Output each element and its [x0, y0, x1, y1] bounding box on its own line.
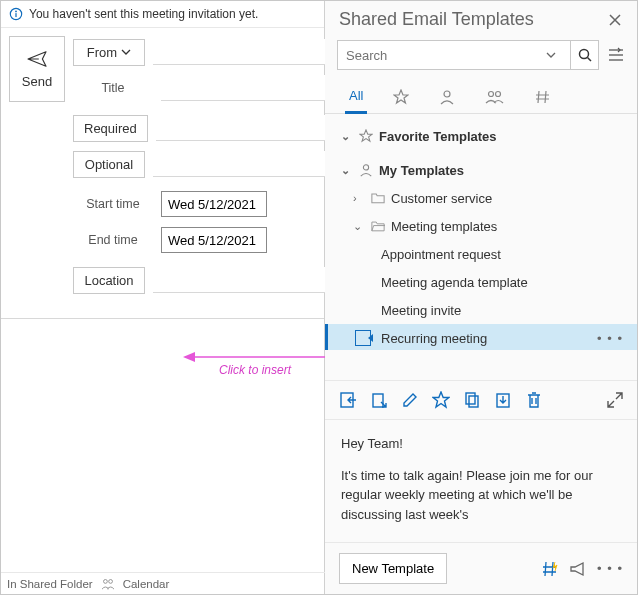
title-label: Title — [73, 81, 153, 95]
hash-icon — [535, 89, 551, 105]
chevron-down-icon — [121, 48, 131, 56]
chevron-down-icon: ⌄ — [341, 164, 353, 177]
body-separator — [1, 318, 324, 319]
svg-rect-2 — [15, 13, 16, 17]
folder-icon — [371, 192, 385, 204]
chevron-right-icon: › — [353, 192, 365, 204]
send-button[interactable]: Send — [9, 36, 65, 102]
start-time-label: Start time — [73, 197, 153, 211]
required-button[interactable]: Required — [73, 115, 148, 142]
tree-favorites[interactable]: ⌄ Favorite Templates — [325, 122, 637, 150]
status-bar: In Shared Folder Calendar — [1, 572, 325, 594]
optional-button[interactable]: Optional — [73, 151, 145, 178]
svg-point-12 — [444, 91, 450, 97]
info-icon — [9, 7, 23, 21]
chevron-down-icon: ⌄ — [341, 130, 353, 143]
required-field[interactable] — [156, 115, 337, 141]
template-tree: ⌄ Favorite Templates ⌄ My Templates › Cu… — [325, 114, 637, 350]
tab-favorites[interactable] — [389, 83, 413, 113]
status-calendar: Calendar — [123, 578, 170, 590]
close-button[interactable] — [605, 10, 625, 30]
from-button[interactable]: From — [73, 39, 145, 66]
star-icon — [359, 129, 373, 143]
info-text: You haven't sent this meeting invitation… — [29, 7, 258, 21]
tree-meeting-templates[interactable]: ⌄ Meeting templates — [325, 212, 637, 240]
optional-field[interactable] — [153, 151, 337, 177]
svg-point-13 — [489, 91, 494, 96]
template-toolbar — [325, 380, 637, 420]
template-preview: Hey Team! It's time to talk again! Pleas… — [325, 420, 637, 542]
flash-hash-icon[interactable] — [541, 560, 559, 578]
svg-point-15 — [363, 165, 368, 170]
tab-hash[interactable] — [531, 83, 555, 113]
panel-footer: New Template • • • — [325, 542, 637, 594]
announce-icon[interactable] — [569, 561, 587, 577]
svg-rect-18 — [466, 393, 475, 404]
new-template-button[interactable]: New Template — [339, 553, 447, 584]
person-icon — [439, 89, 455, 105]
tab-team[interactable] — [481, 83, 509, 113]
search-input[interactable] — [338, 48, 546, 63]
status-folder: In Shared Folder — [7, 578, 93, 590]
meeting-compose-pane: You haven't sent this meeting invitation… — [1, 1, 325, 594]
insert-button[interactable] — [339, 391, 357, 409]
expand-button[interactable] — [607, 392, 623, 408]
delete-button[interactable] — [525, 391, 543, 409]
svg-line-8 — [587, 58, 591, 62]
svg-point-5 — [103, 579, 107, 583]
template-recurring[interactable]: Recurring meeting • • • — [325, 324, 637, 350]
more-icon[interactable]: • • • — [597, 561, 623, 576]
svg-rect-17 — [373, 394, 383, 407]
svg-point-7 — [579, 50, 588, 59]
people-icon — [101, 578, 115, 590]
svg-point-14 — [496, 91, 501, 96]
click-insert-hint: Click to insert — [219, 363, 291, 377]
edit-paste-button[interactable] — [370, 391, 388, 409]
tree-mytemplates[interactable]: ⌄ My Templates — [325, 156, 637, 184]
send-icon — [26, 50, 48, 68]
preview-p1: Hey Team! — [341, 434, 621, 454]
tab-personal[interactable] — [435, 83, 459, 113]
svg-marker-4 — [183, 352, 195, 362]
template-invite[interactable]: Meeting invite — [325, 296, 637, 324]
edit-button[interactable] — [401, 391, 419, 409]
insert-icon — [355, 330, 371, 346]
title-field[interactable] — [161, 75, 337, 101]
tab-all[interactable]: All — [345, 82, 367, 114]
search-button[interactable] — [570, 41, 598, 69]
insert-arrow — [183, 351, 333, 363]
end-time-field[interactable] — [161, 227, 267, 253]
location-button[interactable]: Location — [73, 267, 145, 294]
from-field[interactable] — [153, 39, 337, 65]
tabs-row: All — [325, 76, 637, 114]
preview-p2: It's time to talk again! Please join me … — [341, 466, 621, 525]
tree-customer-service[interactable]: › Customer service — [325, 184, 637, 212]
template-appointment[interactable]: Appointment request — [325, 240, 637, 268]
folder-open-icon — [371, 220, 385, 232]
people-icon — [485, 89, 505, 105]
templates-panel: Shared Email Templates All — [325, 1, 637, 594]
svg-rect-19 — [469, 396, 478, 407]
location-field[interactable] — [153, 267, 337, 293]
chevron-down-icon: ⌄ — [353, 220, 365, 233]
template-more-button[interactable]: • • • — [591, 331, 629, 346]
search-dropdown[interactable] — [546, 51, 570, 59]
panel-title: Shared Email Templates — [339, 9, 534, 30]
import-button[interactable] — [494, 391, 512, 409]
copy-button[interactable] — [463, 391, 481, 409]
start-time-field[interactable] — [161, 191, 267, 217]
template-agenda[interactable]: Meeting agenda template — [325, 268, 637, 296]
settings-icon[interactable] — [607, 47, 625, 63]
svg-point-1 — [15, 11, 17, 13]
end-time-label: End time — [73, 233, 153, 247]
star-icon — [393, 89, 409, 105]
info-bar: You haven't sent this meeting invitation… — [1, 1, 324, 28]
search-box[interactable] — [337, 40, 599, 70]
send-label: Send — [22, 74, 52, 89]
svg-point-6 — [108, 579, 112, 583]
favorite-button[interactable] — [432, 391, 450, 409]
person-icon — [359, 163, 373, 177]
